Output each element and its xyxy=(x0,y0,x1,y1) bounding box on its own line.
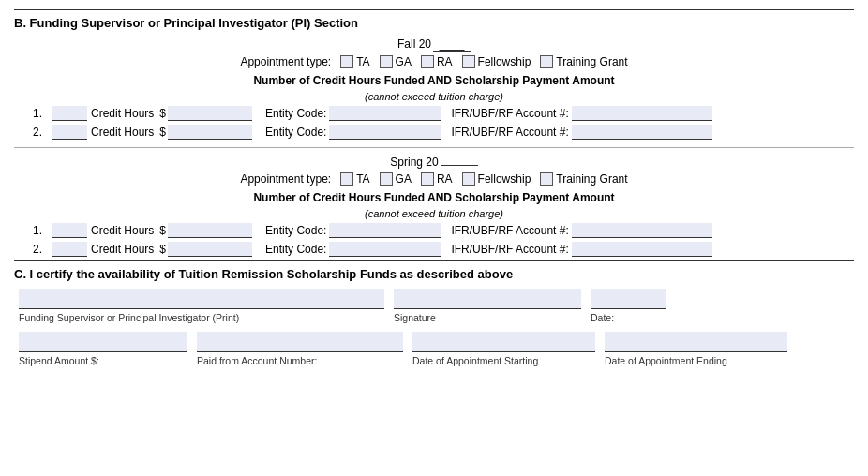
signature-row: Funding Supervisor or Principal Investig… xyxy=(14,289,854,324)
fall-fellowship-label: Fellowship xyxy=(478,55,531,68)
fall-ra-checkbox[interactable] xyxy=(421,55,434,68)
spring-row2-dollar-input[interactable] xyxy=(168,242,252,257)
spring-ta-checkbox-item[interactable]: TA xyxy=(340,172,369,186)
spring-fellowship-checkbox-item[interactable]: Fellowship xyxy=(462,172,531,186)
pi-print-group: Funding Supervisor or Principal Investig… xyxy=(19,289,384,324)
spring-row2-entity-input[interactable] xyxy=(329,242,441,257)
spring-training-grant-checkbox[interactable] xyxy=(540,172,553,186)
spring-ra-checkbox[interactable] xyxy=(421,172,434,186)
fall-fellowship-checkbox[interactable] xyxy=(462,55,475,68)
fall-row1-credit-label: Credit Hours xyxy=(91,107,154,120)
fall-ga-checkbox-item[interactable]: GA xyxy=(380,55,412,68)
fall-ta-checkbox-item[interactable]: TA xyxy=(340,55,369,68)
spring-row2-ifr-label: IFR/UBF/RF Account #: xyxy=(451,243,568,256)
spring-row2-credit-label: Credit Hours xyxy=(91,243,154,256)
fall-row2-dollar-input[interactable] xyxy=(168,125,252,140)
fall-row1-dollar: $ xyxy=(159,107,166,120)
spring-row2-num: 2. xyxy=(33,243,52,256)
spring-ga-checkbox[interactable] xyxy=(380,172,393,186)
fall-row2-dollar: $ xyxy=(159,126,166,139)
spring-ga-label: GA xyxy=(396,172,412,186)
fall-row1-ifr-group: IFR/UBF/RF Account #: xyxy=(451,106,711,121)
pi-print-label: Funding Supervisor or Principal Investig… xyxy=(19,312,239,323)
date-start-input[interactable] xyxy=(412,332,595,352)
stipend-input[interactable] xyxy=(19,332,187,352)
fall-row2-entity-group: Entity Code: xyxy=(265,125,441,140)
paid-account-input[interactable] xyxy=(197,332,403,352)
spring-row1-entity-group: Entity Code: xyxy=(265,223,441,238)
spring-row2-entity-group: Entity Code: xyxy=(265,242,441,257)
spring-row1-entity-label: Entity Code: xyxy=(265,224,326,237)
spring-credit-row-1: 1. Credit Hours $ Entity Code: IFR/UBF/R… xyxy=(14,223,854,238)
date-end-input[interactable] xyxy=(605,332,787,352)
spring-appointment-row: Appointment type: TA GA RA Fellowship Tr… xyxy=(14,172,854,186)
fall-appointment-row: Appointment type: TA GA RA Fellowship Tr… xyxy=(14,55,854,68)
fall-credit-sub: (cannot exceed tuition charge) xyxy=(14,91,854,102)
fall-ra-checkbox-item[interactable]: RA xyxy=(421,55,453,68)
spring-row1-num: 1. xyxy=(33,224,52,237)
spring-label: Spring 20 xyxy=(390,156,438,169)
fall-row1-ifr-label: IFR/UBF/RF Account #: xyxy=(451,107,568,120)
section-c-header: C. I certify the availability of Tuition… xyxy=(14,260,854,281)
fall-row2-entity-input[interactable] xyxy=(329,125,441,140)
pi-print-input[interactable] xyxy=(19,289,384,309)
spring-ta-checkbox[interactable] xyxy=(340,172,353,186)
fall-ga-label: GA xyxy=(396,55,412,68)
spring-row1-entity-input[interactable] xyxy=(329,223,441,238)
spring-row1-ifr-input[interactable] xyxy=(572,223,712,238)
spring-row2-credit-hours-input[interactable] xyxy=(52,242,87,257)
fall-ra-label: RA xyxy=(437,55,453,68)
spring-fellowship-label: Fellowship xyxy=(478,172,531,186)
fall-ta-checkbox[interactable] xyxy=(340,55,353,68)
spring-blank xyxy=(441,165,478,166)
fall-row2-credit-label: Credit Hours xyxy=(91,126,154,139)
fall-ga-checkbox[interactable] xyxy=(380,55,393,68)
fall-row1-entity-input[interactable] xyxy=(329,106,441,121)
fall-row1-entity-group: Entity Code: xyxy=(265,106,441,121)
spring-row1-dollar: $ xyxy=(159,224,166,237)
fall-row2-ifr-group: IFR/UBF/RF Account #: xyxy=(451,125,711,140)
fall-heading: Fall 20____ xyxy=(14,37,854,52)
spring-credit-row-2: 2. Credit Hours $ Entity Code: IFR/UBF/R… xyxy=(14,242,854,257)
spring-fellowship-checkbox[interactable] xyxy=(462,172,475,186)
fall-row2-ifr-input[interactable] xyxy=(572,125,712,140)
spring-training-grant-checkbox-item[interactable]: Training Grant xyxy=(540,172,627,186)
fall-appointment-label: Appointment type: xyxy=(240,55,331,68)
fall-row2-credit-hours-input[interactable] xyxy=(52,125,87,140)
fall-row1-num: 1. xyxy=(33,107,52,120)
spring-row1-credit-hours-input[interactable] xyxy=(52,223,87,238)
fall-blank: ____ xyxy=(433,37,471,52)
date-group: Date: xyxy=(591,289,666,324)
paid-account-group: Paid from Account Number: xyxy=(197,332,403,367)
fall-row1-entity-label: Entity Code: xyxy=(265,107,326,120)
spring-row1-credit-label: Credit Hours xyxy=(91,224,154,237)
fall-fellowship-checkbox-item[interactable]: Fellowship xyxy=(462,55,531,68)
fall-credit-row-1: 1. Credit Hours $ Entity Code: IFR/UBF/R… xyxy=(14,106,854,121)
spring-row2-ifr-input[interactable] xyxy=(572,242,712,257)
date-label: Date: xyxy=(591,312,614,323)
spring-row2-ifr-group: IFR/UBF/RF Account #: xyxy=(451,242,711,257)
section-b-header: B. Funding Supervisor or Principal Inves… xyxy=(14,9,854,30)
spring-appointment-label: Appointment type: xyxy=(240,172,331,186)
spring-row1-dollar-input[interactable] xyxy=(168,223,252,238)
signature-input[interactable] xyxy=(394,289,581,309)
stipend-group: Stipend Amount $: xyxy=(19,332,187,367)
date-input[interactable] xyxy=(591,289,666,309)
paid-account-label: Paid from Account Number: xyxy=(197,355,317,366)
spring-row2-dollar: $ xyxy=(159,243,166,256)
spring-credit-heading: Number of Credit Hours Funded AND Schola… xyxy=(14,191,854,204)
fall-training-grant-checkbox[interactable] xyxy=(540,55,553,68)
fall-row2-ifr-label: IFR/UBF/RF Account #: xyxy=(451,126,568,139)
spring-ga-checkbox-item[interactable]: GA xyxy=(380,172,412,186)
fall-row1-credit-hours-input[interactable] xyxy=(52,106,87,121)
fall-training-grant-checkbox-item[interactable]: Training Grant xyxy=(540,55,627,68)
signature-group: Signature xyxy=(394,289,581,324)
fall-row1-ifr-input[interactable] xyxy=(572,106,712,121)
fall-row1-dollar-input[interactable] xyxy=(168,106,252,121)
date-start-label: Date of Appointment Starting xyxy=(412,355,538,366)
fall-spring-divider xyxy=(14,147,854,148)
spring-ra-checkbox-item[interactable]: RA xyxy=(421,172,453,186)
spring-row1-ifr-group: IFR/UBF/RF Account #: xyxy=(451,223,711,238)
spring-ta-label: TA xyxy=(356,172,369,186)
fall-training-grant-label: Training Grant xyxy=(556,55,627,68)
